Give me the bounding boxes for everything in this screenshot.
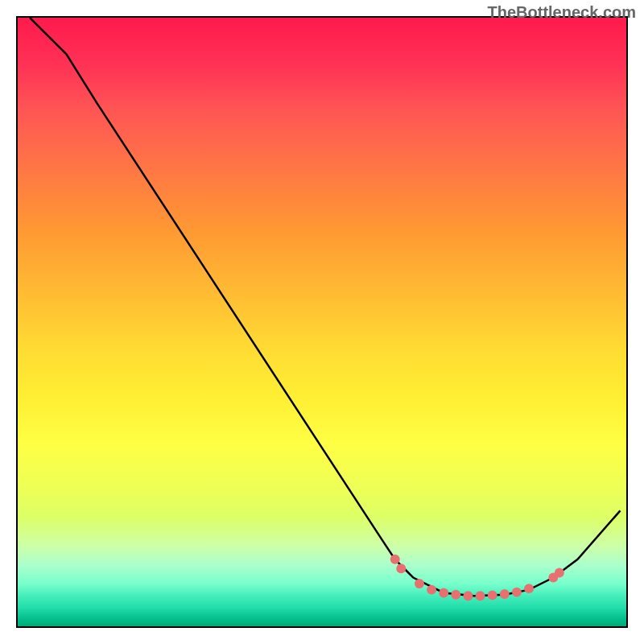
data-marker <box>415 579 424 588</box>
data-marker <box>427 585 436 595</box>
data-markers <box>390 555 564 601</box>
data-marker <box>555 568 564 577</box>
data-marker <box>439 588 448 597</box>
data-marker <box>390 555 400 564</box>
curve-line <box>30 18 620 596</box>
data-marker <box>396 564 406 573</box>
data-marker <box>476 591 485 601</box>
data-marker <box>500 589 510 599</box>
data-marker <box>463 591 473 601</box>
plot-area <box>16 16 628 628</box>
data-marker <box>524 584 534 593</box>
data-marker <box>451 590 460 600</box>
chart-container: TheBottleneck.com <box>0 0 644 644</box>
watermark-text: TheBottleneck.com <box>488 3 636 22</box>
data-marker <box>512 588 522 597</box>
chart-svg <box>18 18 626 626</box>
data-marker <box>488 590 497 600</box>
